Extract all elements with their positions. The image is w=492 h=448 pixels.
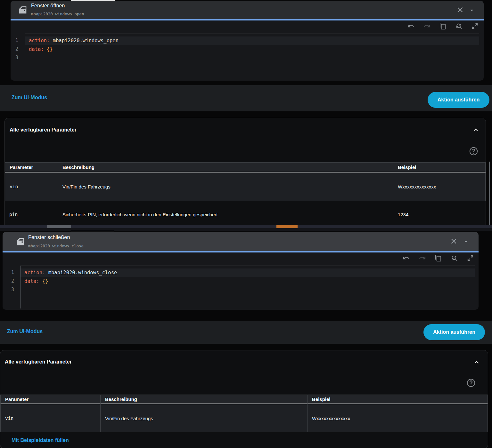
parameters-card-close: Alle verfügbaren Parameter Parameter Bes…: [0, 350, 488, 448]
service-title: Fenster öffnen: [31, 3, 65, 9]
column-header-example: Beispiel: [308, 395, 488, 404]
column-header-parameter: Parameter: [5, 162, 58, 172]
service-header-open: Fenster öffnen mbapi2020.windows_open: [11, 1, 484, 19]
code-line: data: {}: [25, 45, 479, 54]
undo-icon[interactable]: [407, 22, 414, 30]
parameters-table: Parameter Beschreibung Beispiel vin Vin/…: [5, 162, 486, 228]
code-line: action: mbapi2020.windows_open: [25, 36, 479, 45]
close-icon[interactable]: [449, 237, 458, 245]
code-line: data: {}: [20, 277, 475, 286]
line-number: 3: [3, 285, 14, 294]
param-name-cell: vin: [5, 172, 58, 201]
param-name-cell: vin: [0, 404, 101, 432]
param-name-cell: pin: [5, 201, 58, 228]
service-header-close: Fenster schließen mbapi2020.windows_clos…: [3, 232, 479, 251]
redo-icon[interactable]: [423, 22, 430, 30]
yaml-key: action:: [24, 270, 45, 276]
editor-card-open: Fenster öffnen mbapi2020.windows_open 1 …: [11, 1, 484, 81]
param-description-cell: Vin/Fin des Fahrzeugs: [101, 404, 308, 432]
chevron-down-icon[interactable]: [468, 7, 475, 14]
run-action-button[interactable]: Aktion ausführen: [428, 92, 489, 108]
ui-mode-link[interactable]: Zum UI-Modus: [12, 95, 47, 100]
tab-indicator-bottom: [71, 231, 114, 231]
param-example-cell: 1234: [393, 201, 486, 228]
ui-mode-link[interactable]: Zum UI-Modus: [7, 329, 43, 334]
editor-toolbar: [403, 254, 474, 262]
fill-example-data-link[interactable]: Mit Beispieldaten füllen: [12, 437, 69, 443]
line-number: 3: [11, 53, 18, 62]
fullscreen-icon[interactable]: [471, 22, 479, 30]
column-header-example: Beispiel: [393, 162, 486, 172]
param-example-cell: Wxxxxxxxxxxxxxx: [393, 172, 486, 201]
car-door-icon: [18, 5, 28, 15]
parameters-title: Alle verfügbaren Parameter: [5, 359, 72, 365]
yaml-value: {}: [39, 278, 48, 284]
copy-icon[interactable]: [439, 22, 447, 30]
yaml-value: mbapi2020.windows_close: [45, 270, 117, 276]
page-scrollbar[interactable]: [489, 162, 490, 226]
copy-icon[interactable]: [435, 254, 442, 262]
chevron-down-icon[interactable]: [463, 238, 470, 245]
line-number: 2: [3, 277, 14, 285]
service-name: mbapi2020.windows_open: [31, 12, 84, 16]
param-description-cell: Vin/Fin des Fahrzeugs: [58, 172, 393, 201]
line-number: 1: [11, 36, 18, 45]
scrollbar-marker: [276, 225, 298, 228]
line-numbers: 1 2 3: [11, 34, 18, 62]
line-number: 1: [3, 268, 14, 277]
car-door-icon: [15, 236, 26, 247]
editor-card-close: Fenster schließen mbapi2020.windows_clos…: [3, 232, 479, 310]
fullscreen-icon[interactable]: [467, 254, 474, 262]
service-title: Fenster schließen: [28, 235, 70, 240]
yaml-value: mbapi2020.windows_open: [50, 38, 119, 44]
yaml-editor-open[interactable]: action: mbapi2020.windows_open data: {}: [25, 34, 479, 74]
param-description-cell: Sicherheits-PIN, erforderlich wenn nicht…: [58, 201, 393, 228]
parameters-card-open: Alle verfügbaren Parameter Parameter Bes…: [4, 118, 486, 228]
line-number: 2: [11, 45, 18, 53]
yaml-key: data:: [24, 278, 39, 284]
param-example-cell: Wxxxxxxxxxxxxxx: [308, 404, 488, 432]
parameters-title: Alle verfügbaren Parameter: [10, 127, 77, 133]
scrollbar-thumb[interactable]: [47, 225, 71, 228]
yaml-key: data:: [29, 46, 44, 52]
help-icon[interactable]: [469, 146, 479, 156]
action-strip-open: Zum UI-Modus Aktion ausführen: [0, 85, 492, 111]
help-icon[interactable]: [466, 378, 476, 388]
collapse-icon[interactable]: [472, 126, 480, 134]
editor-toolbar: [407, 22, 479, 30]
find-replace-icon[interactable]: [451, 254, 458, 262]
find-replace-icon[interactable]: [455, 22, 463, 30]
action-strip-close: Zum UI-Modus Aktion ausführen: [0, 321, 492, 344]
yaml-key: action:: [29, 38, 50, 44]
run-action-button[interactable]: Aktion ausführen: [423, 324, 485, 340]
code-line: action: mbapi2020.windows_close: [20, 268, 475, 277]
service-name: mbapi2020.windows_close: [28, 244, 84, 248]
redo-icon[interactable]: [419, 254, 426, 262]
horizontal-scrollbar: [0, 225, 492, 228]
collapse-icon[interactable]: [472, 358, 481, 366]
header-accent-bar: [3, 251, 479, 252]
parameters-table: Parameter Beschreibung Beispiel vin Vin/…: [0, 395, 488, 432]
close-icon[interactable]: [456, 5, 464, 14]
column-header-description: Beschreibung: [101, 395, 308, 404]
header-accent-bar: [11, 19, 484, 20]
column-header-description: Beschreibung: [58, 162, 393, 172]
yaml-editor-close[interactable]: action: mbapi2020.windows_close data: {}: [20, 266, 475, 308]
undo-icon[interactable]: [403, 254, 410, 262]
yaml-value: {}: [44, 46, 53, 52]
line-numbers: 1 2 3: [3, 266, 14, 294]
column-header-parameter: Parameter: [0, 395, 101, 404]
